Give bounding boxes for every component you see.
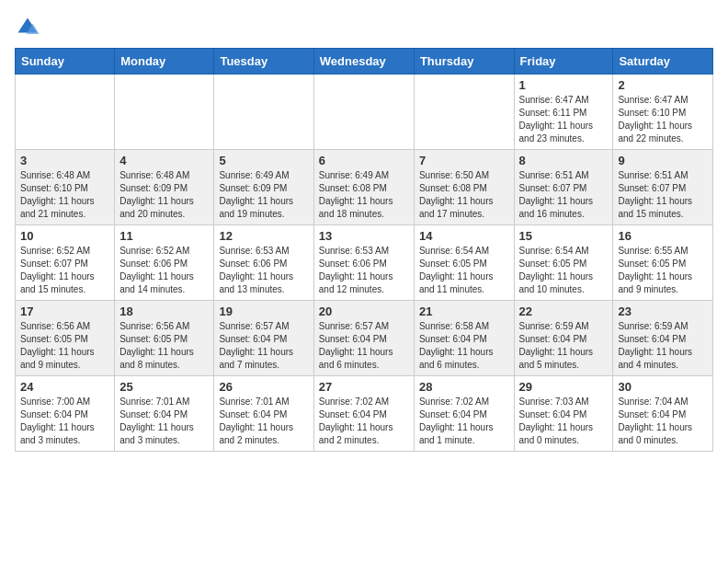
calendar-cell: 9Sunrise: 6:51 AM Sunset: 6:07 PM Daylig… — [613, 150, 713, 225]
calendar-cell: 13Sunrise: 6:53 AM Sunset: 6:06 PM Dayli… — [313, 225, 414, 301]
day-number: 22 — [519, 304, 609, 318]
day-number: 19 — [219, 304, 308, 318]
day-info: Sunrise: 6:49 AM Sunset: 6:09 PM Dayligh… — [219, 169, 308, 221]
day-info: Sunrise: 6:54 AM Sunset: 6:05 PM Dayligh… — [419, 245, 509, 296]
day-number: 30 — [618, 380, 708, 394]
day-number: 6 — [319, 154, 409, 167]
day-info: Sunrise: 6:56 AM Sunset: 6:05 PM Dayligh… — [119, 320, 209, 372]
day-info: Sunrise: 7:03 AM Sunset: 6:04 PM Dayligh… — [519, 396, 609, 447]
day-info: Sunrise: 6:53 AM Sunset: 6:06 PM Dayligh… — [219, 245, 308, 296]
day-number: 1 — [519, 78, 609, 92]
header-row: SundayMondayTuesdayWednesdayThursdayFrid… — [16, 49, 713, 75]
calendar-cell — [214, 75, 313, 150]
day-number: 21 — [419, 304, 509, 318]
calendar-cell: 4Sunrise: 6:48 AM Sunset: 6:09 PM Daylig… — [115, 150, 214, 225]
calendar-cell: 15Sunrise: 6:54 AM Sunset: 6:05 PM Dayli… — [514, 225, 613, 301]
day-info: Sunrise: 6:48 AM Sunset: 6:09 PM Dayligh… — [119, 169, 209, 221]
calendar-cell: 11Sunrise: 6:52 AM Sunset: 6:06 PM Dayli… — [115, 225, 214, 301]
day-number: 15 — [519, 229, 609, 243]
day-number: 13 — [319, 229, 409, 243]
day-info: Sunrise: 6:52 AM Sunset: 6:07 PM Dayligh… — [20, 245, 109, 296]
calendar-cell: 8Sunrise: 6:51 AM Sunset: 6:07 PM Daylig… — [514, 150, 613, 225]
day-number: 4 — [119, 154, 209, 167]
calendar-cell: 3Sunrise: 6:48 AM Sunset: 6:10 PM Daylig… — [16, 150, 115, 225]
day-info: Sunrise: 6:57 AM Sunset: 6:04 PM Dayligh… — [319, 320, 409, 372]
col-header-sunday: Sunday — [16, 49, 115, 75]
day-number: 26 — [219, 380, 308, 394]
day-number: 7 — [419, 154, 509, 167]
col-header-wednesday: Wednesday — [313, 49, 414, 75]
day-number: 8 — [519, 154, 609, 167]
day-info: Sunrise: 7:01 AM Sunset: 6:04 PM Dayligh… — [219, 396, 308, 447]
day-number: 18 — [119, 304, 209, 318]
calendar-cell — [414, 75, 514, 150]
calendar-row-4: 17Sunrise: 6:56 AM Sunset: 6:05 PM Dayli… — [16, 301, 713, 376]
page-header — [15, 15, 713, 40]
calendar-cell: 5Sunrise: 6:49 AM Sunset: 6:09 PM Daylig… — [214, 150, 313, 225]
day-number: 5 — [219, 154, 308, 167]
day-number: 23 — [618, 304, 708, 318]
day-info: Sunrise: 6:49 AM Sunset: 6:08 PM Dayligh… — [319, 169, 409, 221]
calendar-row-5: 24Sunrise: 7:00 AM Sunset: 6:04 PM Dayli… — [16, 376, 713, 452]
day-info: Sunrise: 6:47 AM Sunset: 6:11 PM Dayligh… — [519, 94, 609, 145]
calendar-cell: 25Sunrise: 7:01 AM Sunset: 6:04 PM Dayli… — [115, 376, 214, 452]
logo — [15, 15, 44, 40]
logo-icon — [15, 15, 40, 40]
calendar-cell — [115, 75, 214, 150]
calendar-cell: 6Sunrise: 6:49 AM Sunset: 6:08 PM Daylig… — [313, 150, 414, 225]
calendar-cell: 29Sunrise: 7:03 AM Sunset: 6:04 PM Dayli… — [514, 376, 613, 452]
calendar-cell: 17Sunrise: 6:56 AM Sunset: 6:05 PM Dayli… — [16, 301, 115, 376]
calendar-cell: 20Sunrise: 6:57 AM Sunset: 6:04 PM Dayli… — [313, 301, 414, 376]
day-number: 25 — [119, 380, 209, 394]
day-info: Sunrise: 6:54 AM Sunset: 6:05 PM Dayligh… — [519, 245, 609, 296]
calendar-cell: 12Sunrise: 6:53 AM Sunset: 6:06 PM Dayli… — [214, 225, 313, 301]
day-info: Sunrise: 6:59 AM Sunset: 6:04 PM Dayligh… — [618, 320, 708, 372]
day-info: Sunrise: 6:51 AM Sunset: 6:07 PM Dayligh… — [519, 169, 609, 221]
calendar-cell: 16Sunrise: 6:55 AM Sunset: 6:05 PM Dayli… — [613, 225, 713, 301]
col-header-tuesday: Tuesday — [214, 49, 313, 75]
calendar-cell — [313, 75, 414, 150]
day-number: 12 — [219, 229, 308, 243]
col-header-thursday: Thursday — [414, 49, 514, 75]
col-header-monday: Monday — [115, 49, 214, 75]
calendar-cell: 26Sunrise: 7:01 AM Sunset: 6:04 PM Dayli… — [214, 376, 313, 452]
calendar-cell: 27Sunrise: 7:02 AM Sunset: 6:04 PM Dayli… — [313, 376, 414, 452]
calendar-cell — [16, 75, 115, 150]
day-number: 16 — [618, 229, 708, 243]
day-info: Sunrise: 6:55 AM Sunset: 6:05 PM Dayligh… — [618, 245, 708, 296]
day-number: 24 — [20, 380, 109, 394]
calendar-cell: 2Sunrise: 6:47 AM Sunset: 6:10 PM Daylig… — [613, 75, 713, 150]
day-number: 20 — [319, 304, 409, 318]
day-number: 17 — [20, 304, 109, 318]
day-info: Sunrise: 7:02 AM Sunset: 6:04 PM Dayligh… — [319, 396, 409, 447]
calendar-row-2: 3Sunrise: 6:48 AM Sunset: 6:10 PM Daylig… — [16, 150, 713, 225]
calendar-cell: 28Sunrise: 7:02 AM Sunset: 6:04 PM Dayli… — [414, 376, 514, 452]
day-info: Sunrise: 7:01 AM Sunset: 6:04 PM Dayligh… — [119, 396, 209, 447]
day-info: Sunrise: 6:50 AM Sunset: 6:08 PM Dayligh… — [419, 169, 509, 221]
day-info: Sunrise: 6:53 AM Sunset: 6:06 PM Dayligh… — [319, 245, 409, 296]
day-number: 3 — [20, 154, 109, 167]
calendar-cell: 18Sunrise: 6:56 AM Sunset: 6:05 PM Dayli… — [115, 301, 214, 376]
day-info: Sunrise: 6:48 AM Sunset: 6:10 PM Dayligh… — [20, 169, 109, 221]
calendar-cell: 22Sunrise: 6:59 AM Sunset: 6:04 PM Dayli… — [514, 301, 613, 376]
calendar-row-3: 10Sunrise: 6:52 AM Sunset: 6:07 PM Dayli… — [16, 225, 713, 301]
calendar-row-1: 1Sunrise: 6:47 AM Sunset: 6:11 PM Daylig… — [16, 75, 713, 150]
day-number: 14 — [419, 229, 509, 243]
day-number: 28 — [419, 380, 509, 394]
day-info: Sunrise: 7:04 AM Sunset: 6:04 PM Dayligh… — [618, 396, 708, 447]
calendar-cell: 24Sunrise: 7:00 AM Sunset: 6:04 PM Dayli… — [16, 376, 115, 452]
calendar-table: SundayMondayTuesdayWednesdayThursdayFrid… — [15, 48, 713, 452]
calendar-cell: 23Sunrise: 6:59 AM Sunset: 6:04 PM Dayli… — [613, 301, 713, 376]
col-header-friday: Friday — [514, 49, 613, 75]
day-info: Sunrise: 6:52 AM Sunset: 6:06 PM Dayligh… — [119, 245, 209, 296]
calendar-cell: 19Sunrise: 6:57 AM Sunset: 6:04 PM Dayli… — [214, 301, 313, 376]
day-info: Sunrise: 6:51 AM Sunset: 6:07 PM Dayligh… — [618, 169, 708, 221]
day-info: Sunrise: 6:56 AM Sunset: 6:05 PM Dayligh… — [20, 320, 109, 372]
day-info: Sunrise: 6:57 AM Sunset: 6:04 PM Dayligh… — [219, 320, 308, 372]
calendar-cell: 21Sunrise: 6:58 AM Sunset: 6:04 PM Dayli… — [414, 301, 514, 376]
day-info: Sunrise: 6:58 AM Sunset: 6:04 PM Dayligh… — [419, 320, 509, 372]
calendar-cell: 14Sunrise: 6:54 AM Sunset: 6:05 PM Dayli… — [414, 225, 514, 301]
day-number: 10 — [20, 229, 109, 243]
day-info: Sunrise: 6:47 AM Sunset: 6:10 PM Dayligh… — [618, 94, 708, 145]
calendar-cell: 7Sunrise: 6:50 AM Sunset: 6:08 PM Daylig… — [414, 150, 514, 225]
